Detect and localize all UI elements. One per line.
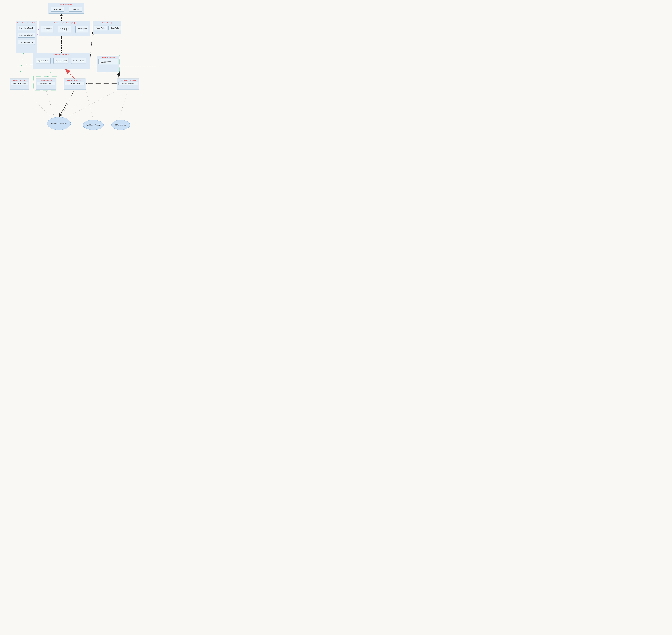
svg-line-12 bbox=[59, 90, 75, 117]
master-redis-node: Master Redis bbox=[94, 25, 107, 30]
svg-line-18 bbox=[86, 90, 93, 120]
business-api-box: Business API (php) Business API Interfac… bbox=[97, 56, 119, 72]
db-engine-cluster: Database Engine Cluster (C++) Db_proxy_s… bbox=[39, 21, 90, 36]
http-api-ellipse-label: Http API send Messager bbox=[86, 124, 101, 126]
svg-line-15 bbox=[23, 90, 51, 117]
http-msg-server-title: Http Msg Server (c++) bbox=[64, 80, 86, 81]
svg-line-16 bbox=[61, 90, 75, 117]
svg-line-14 bbox=[46, 90, 54, 117]
route-server-node1: Route Server Node.1 bbox=[18, 25, 35, 30]
svg-line-11 bbox=[66, 69, 75, 79]
svg-line-20 bbox=[19, 53, 24, 79]
diagram-container: Database (MySql) Master DB Slave DB Rout… bbox=[0, 0, 162, 151]
route-server-cluster: Route Server Cluster (C++) Route Server … bbox=[16, 21, 37, 53]
slave-db-node: Slave DB bbox=[69, 7, 82, 12]
db-proxy-nodek: Db_proxy_server(node.k) bbox=[76, 26, 88, 33]
h5-ellipse: H5/Web/Mini app bbox=[111, 120, 130, 130]
svg-line-21 bbox=[46, 69, 53, 79]
file-server-box: File Server (c++) Files Server Node.1 bbox=[36, 79, 57, 90]
http-api-ellipse: Http API send Messager bbox=[83, 120, 104, 130]
file-server-title: File Server (c++) bbox=[36, 80, 56, 81]
android-ellipse-label: Android/Ios/MacWindws bbox=[51, 123, 67, 124]
master-db-node: Master DB bbox=[51, 7, 64, 12]
msg-server-cluster-label: Msg Server Cluster (C++) bbox=[53, 54, 70, 56]
cache-cluster: Cache (Redis) Master Redis Slave Redis bbox=[92, 21, 121, 34]
push-server-box: Push Server (c++) Push Server Node.1 bbox=[10, 79, 29, 90]
ws-server-node: ws/wss msg Server bbox=[119, 82, 138, 85]
route-server-cluster-label: Route Server Cluster (C++) bbox=[17, 22, 36, 24]
db-proxy-node1: Db_proxy_server(node.1) bbox=[41, 26, 54, 33]
database-cluster: Database (MySql) Master DB Slave DB bbox=[48, 3, 84, 14]
db-proxy-node2: Db_proxy_server(node.2) bbox=[58, 26, 71, 33]
msg-server-node1: Msg Server Node.1 bbox=[36, 58, 50, 64]
h5-ellipse-label: H5/Web/Mini app bbox=[115, 124, 126, 126]
push-server-title: Push Server (c++) bbox=[10, 80, 29, 81]
route-server-node2: Route Server Node.2 bbox=[18, 33, 35, 38]
business-api-interface: Interface bbox=[101, 62, 106, 63]
msg-server-nodex: Msg Server Node.x bbox=[71, 58, 86, 64]
database-cluster-label: Database (MySql) bbox=[60, 4, 72, 5]
db-engine-cluster-label: Database Engine Cluster (C++) bbox=[54, 22, 75, 24]
svg-line-3 bbox=[37, 29, 39, 38]
file-server-node: Files Server Node.1 bbox=[37, 82, 55, 85]
msg-server-node2: Msg Server Node.2 bbox=[54, 58, 68, 64]
http-msg-server-box: Http Msg Server (c++) Http Msg Server bbox=[64, 79, 86, 90]
android-ellipse: Android/Ios/MacWindws bbox=[47, 117, 71, 130]
svg-line-19 bbox=[119, 90, 128, 120]
http-msg-server-node: Http Msg Server bbox=[65, 82, 84, 85]
svg-line-17 bbox=[67, 90, 119, 117]
ws-server-title: WS/WSS Server (java) bbox=[117, 80, 139, 81]
route-server-nodek: Route Server Node.k bbox=[18, 40, 35, 45]
slave-redis-node: Slave Redis bbox=[108, 25, 121, 30]
business-api-title: Business API (php) bbox=[97, 57, 119, 58]
push-server-node: Push Server Node.1 bbox=[11, 82, 28, 85]
ws-server-box: WS/WSS Server (java) ws/wss msg Server bbox=[117, 79, 139, 90]
cache-cluster-label: Cache (Redis) bbox=[102, 22, 112, 24]
svg-line-7 bbox=[90, 32, 92, 60]
msg-server-cluster: Msg Server Cluster (C++) Msg Server Node… bbox=[33, 53, 90, 69]
